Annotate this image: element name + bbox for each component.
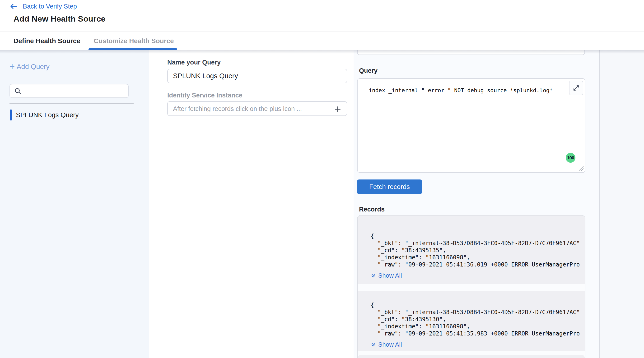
add-service-instance-button[interactable] bbox=[334, 105, 342, 114]
name-query-input[interactable] bbox=[167, 69, 347, 83]
show-all-label: Show All bbox=[378, 341, 402, 348]
back-to-verify-step-link[interactable]: Back to Verify Step bbox=[10, 2, 77, 10]
page-header: Back to Verify Step Add New Health Sourc… bbox=[0, 0, 644, 31]
record-card bbox=[358, 355, 585, 358]
show-all-link[interactable]: Show All bbox=[371, 272, 402, 279]
record-json-line: "_cd": "38:4395135", bbox=[371, 247, 580, 254]
service-instance-input[interactable] bbox=[167, 101, 347, 116]
plus-icon bbox=[334, 105, 342, 113]
record-json-line: "_bkt": "_internal~38~D537D8B4-3EC0-4D5E… bbox=[371, 240, 580, 247]
active-tab-underline bbox=[88, 48, 177, 50]
show-all-label: Show All bbox=[378, 272, 402, 279]
record-json-line: "_cd": "38:4395130", bbox=[371, 316, 580, 323]
record-card: { "_bkt": "_internal~38~D537D8B4-3EC0-4D… bbox=[358, 291, 585, 351]
selected-indicator-bar bbox=[10, 109, 12, 120]
fetch-records-button[interactable]: Fetch records bbox=[357, 179, 422, 194]
query-label: Query bbox=[359, 67, 378, 74]
record-json-line: { bbox=[371, 302, 580, 309]
query-input[interactable]: index=_internal " error " NOT debug sour… bbox=[369, 86, 564, 94]
wizard-tab-bar: Define Health Source Customize Health So… bbox=[0, 31, 644, 50]
double-chevron-down-icon bbox=[371, 342, 376, 347]
resize-handle[interactable] bbox=[577, 165, 584, 171]
sidebar-divider bbox=[10, 103, 134, 104]
back-link-label: Back to Verify Step bbox=[23, 3, 77, 10]
record-count-badge: 100 bbox=[566, 153, 576, 163]
record-json-line: "_raw": "09-09-2021 05:41:35.983 +0000 E… bbox=[371, 330, 580, 337]
expand-icon bbox=[572, 84, 580, 92]
record-json-line: "_indextime": "1631166098", bbox=[371, 323, 580, 330]
query-search-box bbox=[10, 84, 128, 98]
tab-customize-health-source[interactable]: Customize Health Source bbox=[94, 32, 174, 50]
record-json-line: { bbox=[371, 233, 580, 240]
records-label: Records bbox=[359, 206, 385, 213]
expand-query-button[interactable] bbox=[569, 81, 583, 95]
query-editor: index=_internal " error " NOT debug sour… bbox=[357, 78, 586, 173]
search-input[interactable] bbox=[25, 87, 128, 95]
search-icon bbox=[14, 87, 21, 95]
page-title: Add New Health Source bbox=[14, 14, 106, 23]
back-arrow-icon bbox=[10, 2, 18, 10]
record-json-line: "_indextime": "1631166098", bbox=[371, 254, 580, 261]
service-instance-label: Identify Service Instance bbox=[167, 92, 242, 99]
name-query-label: Name your Query bbox=[167, 59, 221, 66]
add-query-label: Add Query bbox=[16, 63, 50, 71]
double-chevron-down-icon bbox=[371, 273, 376, 278]
plus-icon: + bbox=[10, 62, 15, 71]
tab-define-health-source[interactable]: Define Health Source bbox=[14, 32, 80, 50]
show-all-link[interactable]: Show All bbox=[371, 341, 402, 348]
record-json-line: "_bkt": "_internal~38~D537D8B4-3EC0-4D5E… bbox=[371, 309, 580, 316]
right-margin-panel bbox=[600, 50, 644, 358]
add-health-source-page: Back to Verify Step Add New Health Sourc… bbox=[0, 0, 644, 358]
records-panel: { "_bkt": "_internal~38~D537D8B4-3EC0-4D… bbox=[357, 215, 586, 358]
sidebar-item-splunk-logs-query[interactable]: SPLUNK Logs Query bbox=[10, 109, 79, 120]
add-query-button[interactable]: + Add Query bbox=[10, 63, 50, 71]
record-card: { "_bkt": "_internal~38~D537D8B4-3EC0-4D… bbox=[358, 216, 585, 284]
query-item-label: SPLUNK Logs Query bbox=[16, 111, 79, 119]
record-json-line: "_raw": "09-09-2021 05:41:36.019 +0000 E… bbox=[371, 261, 580, 268]
